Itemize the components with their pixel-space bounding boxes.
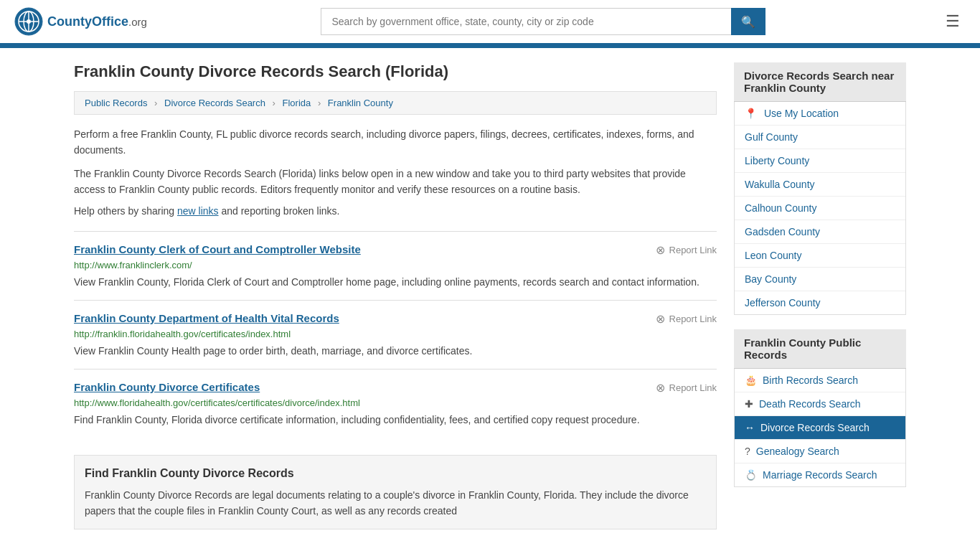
breadcrumb: Public Records › Divorce Records Search … (74, 91, 717, 115)
location-icon: 📍 (745, 108, 757, 119)
resource-header-2: Franklin County Divorce Certificates ⊗ R… (74, 381, 717, 395)
site-header: CountyOffice.org 🔍 ☰ (0, 0, 980, 45)
find-desc: Franklin County Divorce Records are lega… (85, 487, 706, 519)
nearby-list: 📍 Use My Location Gulf County Liberty Co… (734, 102, 906, 315)
find-title: Find Franklin County Divorce Records (85, 467, 706, 480)
genealogy-link[interactable]: Genealogy Search (756, 446, 839, 457)
nearby-county-link-7[interactable]: Jefferson County (745, 297, 821, 309)
public-records-item-3[interactable]: ? Genealogy Search (735, 440, 905, 463)
resource-title-0[interactable]: Franklin County Clerk of Court and Compt… (74, 243, 361, 255)
marriage-records-link[interactable]: Marriage Records Search (763, 469, 877, 481)
public-records-section: Franklin County Public Records 🎂 Birth R… (734, 329, 906, 487)
divorce-records-label: Divorce Records Search (760, 422, 870, 433)
public-records-header: Franklin County Public Records (734, 329, 906, 369)
breadcrumb-franklin-county[interactable]: Franklin County (328, 98, 393, 108)
public-records-item-4[interactable]: 💍 Marriage Records Search (735, 463, 905, 486)
resource-url-2: http://www.floridahealth.gov/certificate… (74, 397, 717, 408)
breadcrumb-divorce-records[interactable]: Divorce Records Search (164, 98, 265, 108)
resource-url-1: http://franklin.floridahealth.gov/certif… (74, 329, 717, 339)
page-title: Franklin County Divorce Records Search (… (74, 62, 717, 81)
nearby-county-5[interactable]: Leon County (735, 244, 905, 268)
resource-title-2[interactable]: Franklin County Divorce Certificates (74, 381, 260, 393)
resource-url-0: http://www.franklinclerk.com/ (74, 260, 717, 270)
nearby-county-link-4[interactable]: Gadsden County (745, 226, 820, 237)
nearby-county-1[interactable]: Liberty County (735, 149, 905, 173)
logo-text: CountyOffice.org (47, 14, 147, 29)
resource-desc-0: View Franklin County, Florida Clerk of C… (74, 275, 717, 290)
search-input[interactable] (321, 8, 731, 35)
nearby-county-7[interactable]: Jefferson County (735, 291, 905, 314)
nearby-county-4[interactable]: Gadsden County (735, 220, 905, 244)
report-icon-2: ⊗ (656, 381, 665, 395)
main-container: Franklin County Divorce Records Search (… (60, 48, 920, 544)
nearby-header: Divorce Records Search near Franklin Cou… (734, 62, 906, 102)
search-bar: 🔍 (321, 8, 765, 35)
marriage-icon: 💍 (745, 469, 757, 481)
sidebar: Divorce Records Search near Franklin Cou… (734, 62, 906, 529)
nearby-county-link-5[interactable]: Leon County (745, 250, 801, 261)
breadcrumb-sep-2: › (273, 98, 275, 108)
hamburger-menu-button[interactable]: ☰ (940, 9, 966, 34)
resource-card-1: Franklin County Department of Health Vit… (74, 300, 717, 369)
search-icon: 🔍 (741, 16, 755, 28)
description-1: Perform a free Franklin County, FL publi… (74, 126, 717, 159)
nearby-county-6[interactable]: Bay County (735, 268, 905, 291)
report-link-btn-0[interactable]: ⊗ Report Link (656, 243, 717, 257)
genealogy-icon: ? (745, 446, 750, 457)
use-my-location-item[interactable]: 📍 Use My Location (735, 102, 905, 126)
hamburger-icon: ☰ (946, 12, 960, 30)
resource-header-0: Franklin County Clerk of Court and Compt… (74, 243, 717, 257)
nearby-county-link-6[interactable]: Bay County (745, 273, 796, 285)
nearby-county-link-3[interactable]: Calhoun County (745, 202, 816, 214)
report-icon-1: ⊗ (656, 312, 665, 326)
nearby-county-0[interactable]: Gulf County (735, 126, 905, 149)
resource-title-1[interactable]: Franklin County Department of Health Vit… (74, 312, 339, 324)
nearby-county-link-1[interactable]: Liberty County (745, 155, 809, 166)
breadcrumb-sep-3: › (318, 98, 321, 108)
breadcrumb-florida[interactable]: Florida (283, 98, 311, 108)
death-icon: ✚ (745, 398, 753, 410)
content-area: Franklin County Divorce Records Search (… (74, 62, 717, 529)
new-links-link[interactable]: new links (177, 205, 219, 217)
report-link-btn-2[interactable]: ⊗ Report Link (656, 381, 717, 395)
resource-desc-1: View Franklin County Health page to orde… (74, 344, 717, 359)
breadcrumb-sep-1: › (154, 98, 157, 108)
nearby-county-2[interactable]: Wakulla County (735, 173, 905, 197)
birth-records-link[interactable]: Birth Records Search (763, 375, 858, 386)
death-records-link[interactable]: Death Records Search (759, 398, 861, 410)
logo: CountyOffice.org (14, 7, 147, 36)
birth-icon: 🎂 (745, 375, 757, 386)
search-button[interactable]: 🔍 (731, 8, 765, 35)
use-my-location-link[interactable]: Use My Location (764, 108, 839, 119)
nearby-county-link-2[interactable]: Wakulla County (745, 179, 815, 190)
public-records-list: 🎂 Birth Records Search ✚ Death Records S… (734, 369, 906, 487)
public-records-item-0[interactable]: 🎂 Birth Records Search (735, 369, 905, 392)
report-link-btn-1[interactable]: ⊗ Report Link (656, 312, 717, 326)
nearby-section: Divorce Records Search near Franklin Cou… (734, 62, 906, 315)
find-section: Find Franklin County Divorce Records Fra… (74, 455, 717, 530)
svg-point-5 (27, 19, 31, 24)
breadcrumb-public-records[interactable]: Public Records (85, 98, 147, 108)
divorce-icon: ↔ (745, 422, 755, 433)
nearby-county-3[interactable]: Calhoun County (735, 197, 905, 220)
help-text: Help others by sharing new links and rep… (74, 205, 717, 217)
report-icon-0: ⊗ (656, 243, 665, 257)
public-records-item-2[interactable]: ↔ Divorce Records Search (735, 416, 905, 440)
logo-icon (14, 7, 43, 36)
resource-card-2: Franklin County Divorce Certificates ⊗ R… (74, 369, 717, 438)
description-2: The Franklin County Divorce Records Sear… (74, 166, 717, 198)
public-records-item-1[interactable]: ✚ Death Records Search (735, 392, 905, 416)
nearby-county-link-0[interactable]: Gulf County (745, 131, 798, 143)
resource-desc-2: Find Franklin County, Florida divorce ce… (74, 413, 717, 428)
resource-card-0: Franklin County Clerk of Court and Compt… (74, 231, 717, 300)
resource-header-1: Franklin County Department of Health Vit… (74, 312, 717, 326)
